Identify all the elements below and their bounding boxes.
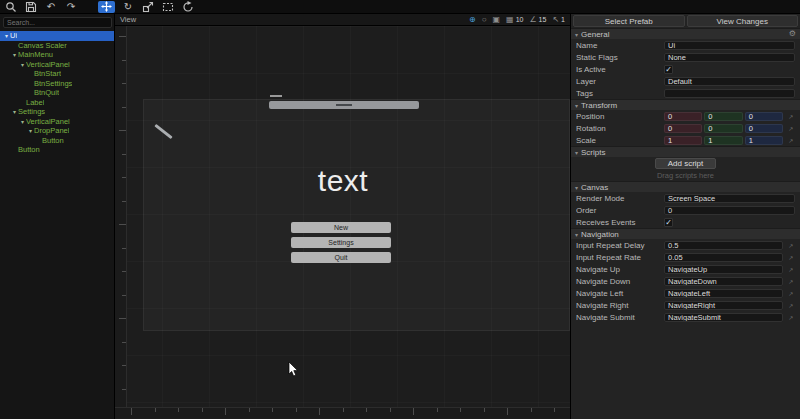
vector-field-x[interactable]: 0 <box>664 112 702 121</box>
text-field[interactable] <box>664 89 795 98</box>
tree-item-verticalpanel[interactable]: ▾VerticalPanel <box>0 117 114 127</box>
tree-item-btnquit[interactable]: BtnQuit <box>0 88 114 98</box>
tree-item-settings[interactable]: ▾Settings <box>0 107 114 117</box>
vector-field-z[interactable]: 1 <box>745 136 783 145</box>
tree-item-button[interactable]: Button <box>0 145 114 155</box>
property-label: Render Mode <box>576 194 660 203</box>
tree-item-btnsettings[interactable]: BtnSettings <box>0 79 114 89</box>
expand-arrow-icon[interactable]: ▾ <box>27 127 34 134</box>
edit-icon[interactable]: ↗ <box>787 242 795 249</box>
hierarchy-tree: ▾UiCanvas Scaler▾MainMenu▾VerticalPanelB… <box>0 31 114 155</box>
expand-arrow-icon[interactable]: ▾ <box>11 51 18 58</box>
section-header-navigation[interactable]: ▾Navigation <box>571 228 800 239</box>
text-field[interactable]: NavigateLeft <box>664 289 783 298</box>
rotate-tool-icon[interactable]: ↻ <box>121 1 135 13</box>
dropdown-field[interactable]: Screen Space <box>664 194 795 203</box>
vector-field-y[interactable]: 0 <box>704 112 742 121</box>
tree-item-verticalpanel[interactable]: ▾VerticalPanel <box>0 60 114 70</box>
text-field[interactable]: 0 <box>664 206 795 215</box>
gear-icon[interactable]: ⚙ <box>789 29 796 39</box>
tree-item-label[interactable]: Label <box>0 98 114 108</box>
vector-field-y[interactable]: 0 <box>704 124 742 133</box>
section-header-scripts[interactable]: ▾Scripts <box>571 146 800 157</box>
select-prefab-button[interactable]: Select Prefab <box>573 15 685 27</box>
checkbox[interactable]: ✓ <box>664 218 673 227</box>
edit-icon[interactable]: ↗ <box>787 137 795 144</box>
tree-item-btnstart[interactable]: BtnStart <box>0 69 114 79</box>
text-field[interactable]: Ui <box>664 41 795 50</box>
rect-select-icon[interactable] <box>161 1 175 13</box>
search-input[interactable] <box>3 17 112 28</box>
ruler-tick <box>249 408 250 412</box>
edit-icon[interactable]: ↗ <box>787 254 795 261</box>
tree-item-button[interactable]: Button <box>0 136 114 146</box>
viewport-canvas-area[interactable]: text NewSettingsQuit <box>115 26 570 418</box>
vector-field-x[interactable]: 0 <box>664 124 702 133</box>
scale-tool-icon[interactable] <box>141 1 155 13</box>
refresh-icon[interactable] <box>181 1 195 13</box>
scene-text-label[interactable]: text <box>293 164 393 198</box>
text-field[interactable]: 0.5 <box>664 241 783 250</box>
vector-field-y[interactable]: 1 <box>704 136 742 145</box>
tab-view[interactable]: View <box>120 15 136 24</box>
scene-button-quit[interactable]: Quit <box>291 252 391 263</box>
dropdown-field[interactable]: Default <box>664 77 795 86</box>
scene-button-new[interactable]: New <box>291 222 391 233</box>
scene-dropdown-panel[interactable] <box>269 101 419 109</box>
expand-arrow-icon[interactable]: ▾ <box>19 61 26 68</box>
edit-icon[interactable]: ↗ <box>787 113 795 120</box>
ruler-tick <box>119 224 126 225</box>
ui-canvas-bounds[interactable]: text NewSettingsQuit <box>143 99 570 331</box>
redo-icon[interactable]: ↷ <box>64 1 78 13</box>
edit-icon[interactable]: ↗ <box>787 266 795 273</box>
expand-arrow-icon[interactable]: ▾ <box>3 32 10 39</box>
orbit-icon[interactable]: ○ <box>482 14 487 26</box>
section-header-canvas[interactable]: ▾Canvas <box>571 181 800 192</box>
view-changes-button[interactable]: View Changes <box>687 15 799 27</box>
property-row: Navigate SubmitNavigateSubmit↗ <box>571 311 800 323</box>
tree-item-canvas-scaler[interactable]: Canvas Scaler <box>0 41 114 51</box>
viewport-header: View ⊕ ○ ▣ ▦ 10 ∠ 15 ↖ 1 <box>115 14 570 26</box>
edit-icon[interactable]: ↗ <box>787 290 795 297</box>
save-icon[interactable] <box>24 1 38 13</box>
move-tool-icon[interactable] <box>98 1 115 13</box>
tree-item-mainmenu[interactable]: ▾MainMenu <box>0 50 114 60</box>
search-icon[interactable] <box>4 1 18 13</box>
ruler-tick <box>460 408 461 412</box>
tree-item-droppanel[interactable]: ▾DropPanel <box>0 126 114 136</box>
edit-icon[interactable]: ↗ <box>787 125 795 132</box>
vector-field-z[interactable]: 0 <box>745 124 783 133</box>
expand-arrow-icon[interactable]: ▾ <box>11 108 18 115</box>
text-field[interactable]: 0.05 <box>664 253 783 262</box>
text-field[interactable]: NavigateSubmit <box>664 313 783 322</box>
property-row: Is Active✓ <box>571 63 800 75</box>
section-header-transform[interactable]: ▾Transform <box>571 99 800 110</box>
add-script-button[interactable]: Add script <box>655 158 717 169</box>
scene-button-settings[interactable]: Settings <box>291 237 391 248</box>
dropdown-field[interactable]: None <box>664 53 795 62</box>
grid-snap-value[interactable]: 10 <box>516 16 524 23</box>
edit-icon[interactable]: ↗ <box>787 278 795 285</box>
grid-snap-icon[interactable]: ▦ <box>506 14 514 26</box>
text-field[interactable]: NavigateUp <box>664 265 783 274</box>
vector-field-z[interactable]: 0 <box>745 112 783 121</box>
frame-icon[interactable]: ▣ <box>493 14 501 26</box>
expand-arrow-icon[interactable]: ▾ <box>19 118 26 125</box>
tree-item-ui[interactable]: ▾Ui <box>0 31 114 41</box>
scale-snap-value[interactable]: 1 <box>561 16 565 23</box>
text-field[interactable]: NavigateDown <box>664 277 783 286</box>
edit-icon[interactable]: ↗ <box>787 302 795 309</box>
cursor-snap-icon[interactable]: ↖ <box>552 14 559 26</box>
text-field[interactable]: NavigateRight <box>664 301 783 310</box>
ruler-tick <box>122 201 126 202</box>
angle-snap-value[interactable]: 15 <box>539 16 547 23</box>
checkbox[interactable]: ✓ <box>664 65 673 74</box>
edit-icon[interactable]: ↗ <box>787 314 795 321</box>
vector-field-x[interactable]: 1 <box>664 136 702 145</box>
focus-icon[interactable]: ⊕ <box>469 14 476 26</box>
section-header-general[interactable]: ▾General⚙ <box>571 28 800 39</box>
rotation-gizmo-handle[interactable] <box>154 124 172 139</box>
dropdown-text <box>336 104 352 106</box>
undo-icon[interactable]: ↶ <box>44 1 58 13</box>
angle-snap-icon[interactable]: ∠ <box>529 14 536 26</box>
